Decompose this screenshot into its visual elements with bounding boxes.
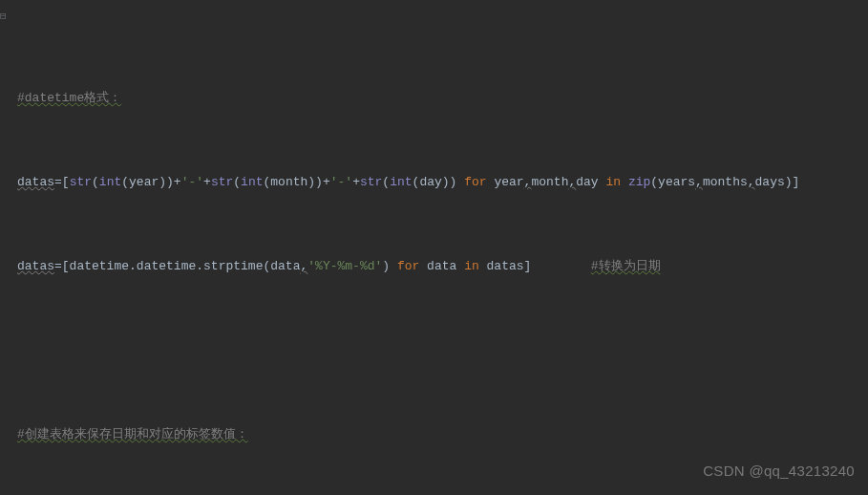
code-line[interactable]: datas=[datetime.datetime.strptime(data,'…: [8, 256, 868, 277]
fold-icon[interactable]: ⊟: [0, 6, 7, 27]
code-editor[interactable]: ⊟ #datetime格式： datas=[str(int(year))+'-'…: [0, 0, 868, 495]
comment: #datetime格式：: [17, 91, 121, 105]
code-line[interactable]: datas=[str(int(year))+'-'+str(int(month)…: [8, 172, 868, 193]
code-line[interactable]: #创建表格来保存日期和对应的标签数值：: [8, 424, 868, 445]
blank-line[interactable]: [8, 340, 868, 361]
watermark: CSDN @qq_43213240: [703, 461, 855, 482]
code-line[interactable]: #datetime格式：: [8, 88, 868, 109]
comment: #创建表格来保存日期和对应的标签数值：: [17, 427, 248, 441]
